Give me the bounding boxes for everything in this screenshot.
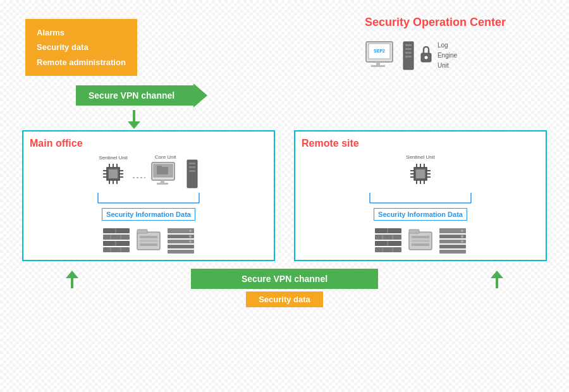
svg-rect-8 — [405, 52, 412, 54]
remote-site-box: Remote site Sentinel Unit — [294, 130, 547, 261]
svg-rect-84 — [375, 241, 401, 246]
soc-box: Security Operation Center SEP2 — [365, 13, 544, 71]
sec-info-wrapper-remote: Security Information Data — [302, 205, 539, 223]
svg-rect-93 — [409, 230, 419, 233]
main-office-title: Main office — [30, 138, 267, 149]
alarms-line2: Security data — [37, 40, 126, 54]
svg-rect-43 — [103, 235, 130, 240]
storage-icon-remote — [408, 227, 433, 254]
svg-rect-6 — [405, 44, 412, 46]
main-office-devices: Sentinel Unit — [30, 154, 267, 189]
svg-rect-55 — [140, 240, 157, 242]
core-label-main: Core Unit — [150, 154, 181, 160]
rack-icon-main — [166, 227, 195, 254]
soc-title: Security Operation Center — [365, 16, 506, 29]
sentinel-unit-remote: Sentinel Unit — [406, 154, 434, 188]
svg-point-64 — [189, 240, 192, 243]
dashed-connector-main — [133, 175, 145, 180]
log-engine-unit: Log Engine Unit — [437, 34, 457, 71]
svg-rect-54 — [140, 236, 157, 238]
svg-point-103 — [461, 235, 463, 238]
svg-rect-56 — [140, 243, 157, 246]
sec-info-wrapper-main: Security Information Data — [30, 205, 267, 223]
sec-info-remote: Security Information Data — [374, 208, 467, 221]
blue-connector-main — [85, 192, 212, 204]
chip-icon-main — [101, 161, 126, 187]
blue-connector-remote — [357, 192, 484, 204]
down-arrow-container — [13, 110, 556, 129]
main-diagram: Alarms Security data Remote administrati… — [13, 6, 556, 386]
svg-rect-82 — [375, 228, 401, 233]
svg-rect-7 — [405, 48, 412, 50]
svg-rect-95 — [412, 240, 429, 242]
svg-rect-3 — [376, 62, 380, 65]
svg-rect-31 — [157, 167, 168, 175]
svg-point-63 — [189, 235, 192, 238]
sep2-monitor-icon: SEP2 — [365, 40, 400, 71]
server-main — [186, 159, 199, 189]
sentinel-unit-main: Sentinel Unit — [99, 155, 127, 189]
svg-rect-101 — [439, 250, 466, 254]
down-arrow-icon — [125, 110, 143, 129]
blue-line-remote — [302, 192, 539, 204]
network-row-remote — [302, 227, 539, 254]
svg-rect-44 — [103, 241, 130, 246]
svg-point-102 — [461, 230, 463, 232]
svg-rect-34 — [157, 183, 168, 185]
sec-info-main: Security Information Data — [102, 208, 195, 221]
vpn-top-section: Secure VPN channel — [13, 83, 556, 107]
remote-site-devices: Sentinel Unit — [302, 154, 539, 188]
svg-point-62 — [189, 230, 192, 232]
svg-rect-53 — [137, 230, 147, 233]
up-arrow-right-icon — [488, 269, 506, 288]
core-unit-main: Core Unit — [150, 154, 181, 189]
firewall-icon-remote — [374, 227, 403, 254]
vpn-bottom-label: Secure VPN channel — [191, 269, 378, 289]
svg-rect-37 — [189, 166, 195, 168]
svg-rect-15 — [109, 169, 118, 178]
svg-text:SEP2: SEP2 — [374, 49, 385, 53]
svg-rect-100 — [439, 245, 466, 248]
svg-rect-36 — [189, 162, 195, 164]
svg-rect-45 — [103, 247, 130, 252]
svg-rect-4 — [371, 65, 385, 67]
firewall-icon-main — [102, 227, 131, 254]
network-row-main — [30, 227, 267, 254]
vpn-top-arrowhead — [193, 83, 207, 107]
soc-icons: SEP2 — [365, 34, 506, 71]
vpn-bottom-row: Secure VPN channel — [13, 269, 556, 289]
storage-icon-main — [136, 227, 161, 254]
svg-marker-107 — [491, 271, 503, 278]
svg-rect-85 — [375, 247, 401, 252]
svg-marker-105 — [66, 271, 78, 278]
bottom-section: Secure VPN channel Security data — [13, 269, 556, 307]
svg-rect-83 — [375, 235, 401, 240]
svg-point-11 — [424, 56, 427, 59]
svg-rect-32 — [157, 166, 162, 168]
svg-marker-13 — [128, 121, 140, 129]
svg-rect-38 — [189, 170, 195, 172]
vpn-top-arrow: Secure VPN channel — [76, 83, 207, 107]
vpn-top-label: Secure VPN channel — [76, 85, 193, 106]
remote-site-title: Remote site — [302, 138, 539, 149]
monitor-icon-main — [150, 161, 181, 187]
sentinel-label-main: Sentinel Unit — [99, 155, 127, 161]
server-tower-icon — [402, 40, 415, 71]
lock-icon — [417, 40, 435, 71]
svg-rect-42 — [103, 228, 130, 233]
svg-rect-9 — [405, 56, 412, 58]
svg-rect-94 — [412, 236, 429, 238]
svg-rect-66 — [416, 169, 425, 178]
rack-icon-remote — [438, 227, 467, 254]
chip-icon-remote — [408, 161, 433, 187]
up-arrow-left-icon — [63, 269, 81, 288]
sentinel-label-remote: Sentinel Unit — [406, 154, 434, 161]
alarms-box: Alarms Security data Remote administrati… — [25, 19, 137, 76]
svg-rect-33 — [161, 180, 164, 183]
main-content: Main office Sentinel Unit — [13, 130, 556, 261]
svg-rect-61 — [168, 250, 194, 254]
alarms-line3: Remote administration — [37, 55, 126, 70]
main-office-box: Main office Sentinel Unit — [22, 130, 275, 261]
alarms-line1: Alarms — [37, 25, 126, 40]
top-section: Alarms Security data Remote administrati… — [13, 6, 556, 82]
